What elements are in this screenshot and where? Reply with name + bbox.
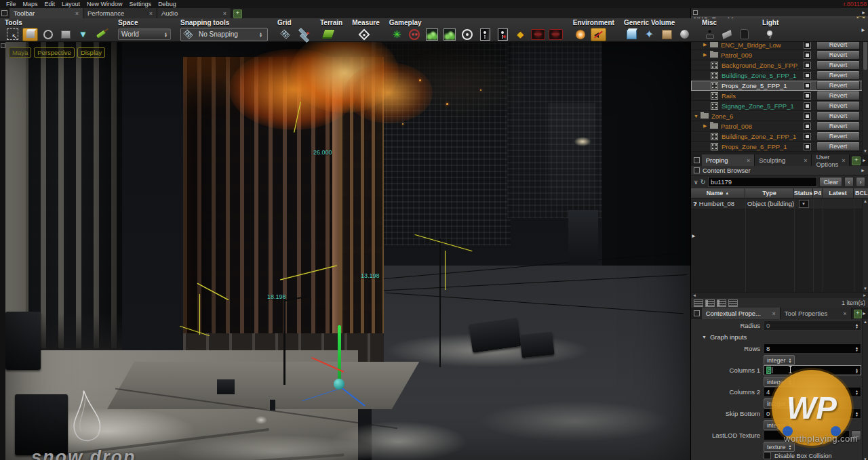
column-header-name[interactable]: Name ▲: [691, 188, 745, 198]
close-icon[interactable]: ×: [149, 10, 153, 17]
tree-row-patrol-009[interactable]: ▶ Patrol_009 Revert: [691, 50, 863, 60]
checkbox[interactable]: [804, 62, 811, 69]
add-tab-button[interactable]: +: [854, 310, 863, 318]
dock-icon[interactable]: [693, 10, 698, 15]
checkbox[interactable]: [804, 51, 811, 59]
refresh-icon[interactable]: ↻: [701, 178, 706, 186]
grid-stack-button[interactable]: ▸: [295, 28, 311, 41]
group-spawn-button[interactable]: ●●: [407, 28, 422, 41]
vehicle-spawn2-button[interactable]: [548, 28, 564, 41]
viewport-3d-scene[interactable]: 26.000 13.198 18.198 Maya Perspective Di…: [5, 42, 690, 460]
revert-button[interactable]: Revert: [816, 70, 860, 80]
grid-toggle-button[interactable]: [277, 28, 293, 41]
scroll-down-icon[interactable]: ▼: [863, 457, 868, 460]
close-icon[interactable]: ×: [223, 10, 226, 17]
mute-ambient-button[interactable]: [591, 28, 606, 41]
revert-button[interactable]: Revert: [816, 131, 860, 141]
expander-icon[interactable]: ▼: [702, 335, 707, 339]
tab-sculpting[interactable]: Sculpting ×: [755, 154, 812, 166]
light-tool-button[interactable]: [762, 28, 778, 41]
menu-maps[interactable]: Maps: [20, 1, 41, 7]
checkbox[interactable]: [804, 92, 811, 100]
close-icon[interactable]: ×: [843, 310, 846, 317]
terrain-tool-button[interactable]: [320, 28, 336, 41]
revert-button[interactable]: Revert: [816, 81, 860, 90]
section-arrow[interactable]: ►: [861, 168, 865, 173]
spray-button[interactable]: [737, 28, 753, 41]
tree-row-props-zone-5[interactable]: Props_Zone_5_FPP_1 Revert: [691, 81, 863, 91]
dock-icon[interactable]: [694, 310, 700, 316]
tree-row-buildings-zone-5[interactable]: Buildings_Zone_5_FPP_1 Revert: [691, 70, 863, 81]
cover-volume-button[interactable]: [425, 28, 440, 41]
checkbox[interactable]: [804, 102, 811, 110]
tab-contextual-properties[interactable]: Contextual Prope... ×: [702, 308, 781, 319]
paint-tool-button[interactable]: [93, 28, 108, 41]
tab-overflow-arrow[interactable]: ►: [862, 158, 867, 166]
view-list-icon[interactable]: [694, 299, 703, 307]
revert-button[interactable]: Revert: [816, 142, 860, 151]
close-icon[interactable]: ×: [75, 10, 79, 17]
column-header-type[interactable]: Type: [745, 188, 794, 198]
tag-button[interactable]: [719, 28, 735, 41]
dock-icon[interactable]: [694, 157, 700, 163]
view-detail-icon[interactable]: [705, 299, 715, 307]
table-scrollbar[interactable]: ▲ ▼: [862, 198, 868, 292]
drop-tool-button[interactable]: ▼: [75, 28, 91, 41]
menu-edit[interactable]: Edit: [41, 1, 59, 7]
joystick-button[interactable]: [702, 28, 717, 41]
tab-performance[interactable]: Performance ×: [83, 8, 157, 18]
tree-scrollbar[interactable]: ▲ ▼: [862, 26, 868, 154]
menu-layout[interactable]: Layout: [58, 1, 83, 7]
environment-light-button[interactable]: [573, 28, 589, 41]
tab-toolbar[interactable]: Toolbar ×: [9, 8, 83, 18]
properties-scrollbar[interactable]: ▲ ▼: [862, 319, 868, 460]
clear-button[interactable]: Clear: [819, 177, 842, 187]
checkbox[interactable]: [804, 112, 811, 120]
tab-user-options[interactable]: User Options ×: [812, 154, 850, 166]
menu-file[interactable]: File: [3, 1, 20, 7]
scroll-left-icon[interactable]: ◄: [691, 293, 698, 297]
expander-icon[interactable]: ▶: [703, 52, 710, 58]
crate-volume-button[interactable]: [659, 28, 675, 41]
scroll-right-icon[interactable]: ►: [861, 293, 868, 297]
scroll-down-icon[interactable]: ▼: [863, 286, 868, 292]
tree-row-buildings-zone-2[interactable]: Buildings_Zone_2_FPP_1 Revert: [691, 131, 863, 142]
chevron-down-icon[interactable]: ∨: [694, 179, 698, 186]
menu-settings[interactable]: Settings: [126, 1, 155, 7]
revert-button[interactable]: Revert: [816, 111, 860, 121]
column-header-status[interactable]: Status: [794, 188, 813, 198]
stepper-icon[interactable]: ▲▼: [852, 390, 859, 395]
vehicle-spawn-button[interactable]: [530, 28, 546, 41]
checkbox[interactable]: [804, 41, 811, 49]
box-volume-button[interactable]: [624, 28, 639, 41]
dock-icon[interactable]: [1, 10, 7, 16]
tree-row-rails[interactable]: Rails Revert: [691, 91, 863, 101]
tree-row-zone-6[interactable]: ▼ Zone_6 Revert: [691, 111, 863, 121]
tab-overflow-arrow[interactable]: ►: [862, 311, 867, 319]
tab-tool-properties[interactable]: Tool Properties ×: [781, 308, 852, 319]
rows-field[interactable]: 8 ▲▼: [764, 343, 861, 354]
view-grid-icon[interactable]: [717, 299, 726, 307]
table-hscrollbar[interactable]: ◄ ►: [691, 292, 868, 298]
measure-tool-button[interactable]: [356, 28, 372, 41]
revert-button[interactable]: Revert: [816, 91, 860, 100]
revert-button[interactable]: Revert: [816, 50, 860, 60]
revert-button[interactable]: Revert: [816, 121, 860, 131]
rotate-tool-button[interactable]: [40, 28, 56, 41]
menu-debug[interactable]: Debug: [155, 1, 180, 7]
add-tab-button[interactable]: +: [852, 156, 861, 165]
expand-strip-arrow[interactable]: ►: [861, 10, 866, 15]
toolbar-overflow-arrow[interactable]: ►: [859, 27, 868, 33]
stepper-icon[interactable]: ▲▼: [852, 323, 859, 329]
close-icon[interactable]: ×: [747, 157, 750, 164]
move-tool-button[interactable]: [22, 28, 38, 41]
add-tab-button[interactable]: +: [233, 9, 242, 18]
revert-button[interactable]: Revert: [816, 101, 860, 110]
stepper-icon[interactable]: ▲▼: [852, 368, 859, 373]
revert-button[interactable]: Revert: [816, 60, 860, 70]
checkbox[interactable]: [804, 143, 811, 150]
cover-volume2-button[interactable]: [442, 28, 458, 41]
entry-point-button[interactable]: [477, 28, 493, 41]
checkbox[interactable]: [804, 72, 811, 79]
history-back-button[interactable]: ‹: [844, 177, 854, 187]
